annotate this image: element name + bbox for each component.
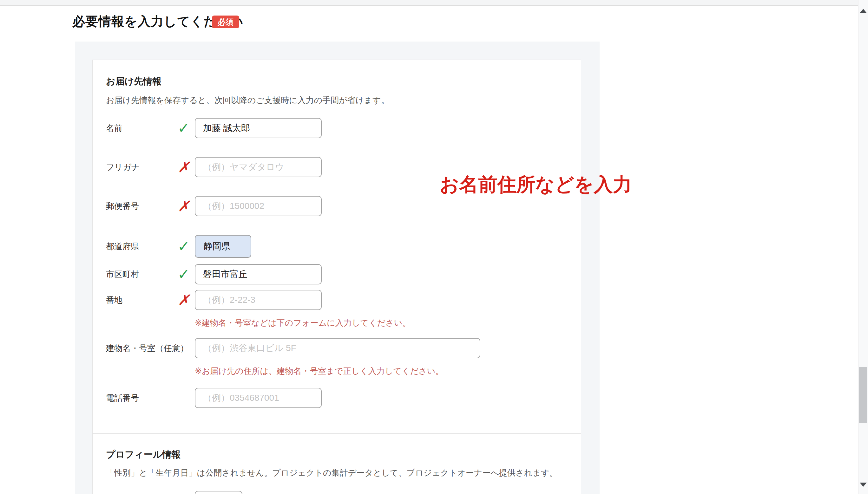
page-viewport: 必要情報を入力してください 必須 お届け先情報 お届け先情報を保存すると、次回以… — [0, 0, 868, 494]
check-icon: ✓ — [172, 264, 195, 284]
gender-select-partial[interactable] — [195, 491, 242, 494]
street-input[interactable] — [195, 290, 322, 310]
form-row-street: 番地 ✗ — [93, 290, 581, 310]
cross-icon: ✗ — [172, 157, 195, 177]
prefecture-select[interactable]: 静岡県 — [195, 235, 251, 258]
prefecture-label: 都道府県 — [106, 235, 139, 258]
form-card: お届け先情報 お届け先情報を保存すると、次回以降のご支援時に入力の手間が省けます… — [92, 60, 581, 494]
annotation-text: お名前住所などを入力 — [440, 172, 632, 197]
postal-code-label: 郵便番号 — [106, 196, 139, 216]
form-row-prefecture: 都道府県 ✓ 静岡県 — [93, 235, 581, 258]
profile-section-heading: プロフィール情報 — [106, 448, 181, 461]
cross-icon: ✗ — [172, 290, 195, 310]
phone-input[interactable] — [195, 388, 322, 408]
name-input[interactable] — [195, 118, 322, 138]
form-row-city: 市区町村 ✓ — [93, 264, 581, 284]
furigana-label: フリガナ — [106, 157, 140, 177]
section-divider — [93, 433, 581, 434]
scrollbar[interactable] — [858, 0, 868, 494]
postal-code-input[interactable] — [195, 196, 322, 216]
building-input[interactable] — [195, 338, 480, 358]
required-badge: 必須 — [212, 16, 239, 28]
building-label: 建物名・号室（任意） — [106, 338, 188, 358]
city-label: 市区町村 — [106, 264, 139, 284]
phone-label: 電話番号 — [106, 388, 139, 408]
delivery-section-heading: お届け先情報 — [106, 75, 162, 88]
furigana-input[interactable] — [195, 157, 322, 177]
city-input[interactable] — [195, 264, 322, 284]
form-row-phone: 電話番号 — [93, 388, 581, 408]
building-note: ※建物名・号室などは下のフォームに入力してください。 — [195, 317, 410, 328]
scroll-down-arrow-icon[interactable] — [860, 482, 867, 487]
top-header-edge — [0, 0, 858, 6]
check-icon: ✓ — [172, 118, 195, 138]
form-row-postal-code: 郵便番号 ✗ — [93, 196, 581, 216]
street-label: 番地 — [106, 290, 123, 310]
form-row-building: 建物名・号室（任意） — [93, 338, 581, 358]
address-accuracy-note: ※お届け先の住所は、建物名・号室まで正しく入力してください。 — [195, 366, 444, 377]
form-panel: お届け先情報 お届け先情報を保存すると、次回以降のご支援時に入力の手間が省けます… — [75, 41, 599, 494]
delivery-section-description: お届け先情報を保存すると、次回以降のご支援時に入力の手間が省けます。 — [106, 95, 389, 106]
profile-section-description: 「性別」と「生年月日」は公開されません。プロジェクトの集計データとして、プロジェ… — [106, 467, 558, 478]
name-label: 名前 — [106, 118, 123, 138]
scroll-up-arrow-icon[interactable] — [860, 9, 867, 13]
scrollbar-thumb[interactable] — [859, 367, 867, 423]
cross-icon: ✗ — [172, 196, 195, 216]
form-row-name: 名前 ✓ — [93, 118, 581, 138]
check-icon: ✓ — [172, 235, 195, 258]
